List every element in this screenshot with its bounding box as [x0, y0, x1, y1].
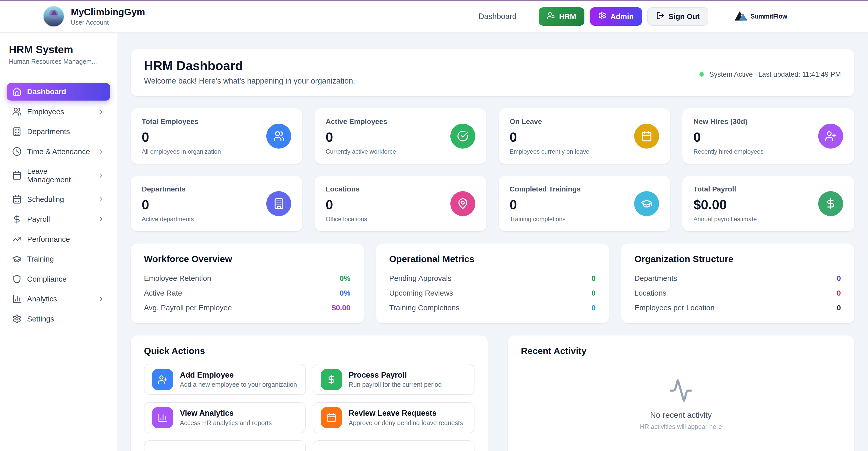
stat-description: Annual payroll estimate	[693, 216, 757, 223]
quick-action-description: Run payroll for the current period	[348, 381, 441, 388]
quick-action-view-analytics[interactable]: View Analytics Access HR analytics and r…	[144, 402, 306, 433]
chevron-right-icon	[97, 295, 104, 302]
sidebar-item-label: Performance	[27, 235, 70, 243]
metric-row: Pending Approvals 0	[389, 271, 596, 286]
stat-description: Active departments	[142, 216, 194, 223]
hrm-button-label: HRM	[559, 12, 576, 21]
bar-chart-icon	[12, 294, 22, 304]
sidebar-item-label: Dashboard	[27, 87, 66, 96]
quick-action-add-employee[interactable]: Add Employee Add a new employee to your …	[144, 364, 306, 395]
panel-title: Organization Structure	[634, 254, 841, 264]
stat-label: Total Employees	[142, 117, 221, 126]
quick-action-text: Review Leave Requests Approve or deny pe…	[348, 409, 463, 427]
logo-text: SummitFlow	[750, 13, 787, 20]
sidebar-item-label: Analytics	[27, 295, 57, 303]
sidebar-item-label: Training	[27, 255, 54, 263]
user-cog-icon	[547, 11, 555, 22]
stat-text: Completed Trainings 0 Training completio…	[509, 185, 581, 223]
quick-action-process-payroll[interactable]: Process Payroll Run payroll for the curr…	[313, 364, 474, 395]
sidebar-item-label: Time & Attendance	[27, 147, 90, 156]
sidebar-item-settings[interactable]: Settings	[7, 310, 110, 328]
header-actions: Dashboard HRM Admin Sign Out	[478, 7, 787, 26]
quick-action-tile[interactable]	[144, 440, 306, 451]
quick-action-review-leave-requests[interactable]: Review Leave Requests Approve or deny pe…	[313, 402, 474, 433]
metric-row: Active Rate 0%	[144, 286, 350, 300]
sidebar-item-training[interactable]: Training	[7, 250, 110, 268]
metric-value: 0	[837, 289, 841, 297]
sidebar-item-label: Leave Management	[27, 167, 92, 184]
sidebar-item-label: Payroll	[27, 215, 50, 223]
page-subtitle: Welcome back! Here's what's happening in…	[144, 77, 355, 85]
metric-row: Employee Retention 0%	[144, 271, 350, 286]
metric-label: Training Completions	[389, 303, 460, 312]
metric-label: Avg. Payroll per Employee	[144, 303, 232, 312]
quick-action-text: View Analytics Access HR analytics and r…	[180, 409, 272, 427]
metric-value: 0	[837, 274, 841, 283]
metric-value: 0	[592, 289, 596, 297]
metric-value: 0	[592, 303, 596, 312]
users-icon	[266, 124, 291, 149]
quick-actions-card: Quick Actions Add Employee Add a new emp…	[131, 335, 488, 451]
sidebar: HRM System Human Resources Managem... Da…	[0, 33, 117, 451]
stat-label: New Hires (30d)	[693, 117, 764, 126]
stat-card-total-payroll: Total Payroll $0.00 Annual payroll estim…	[682, 176, 854, 231]
stat-card-total-employees: Total Employees 0 All employees in organ…	[131, 109, 303, 164]
building-icon	[12, 127, 22, 137]
sidebar-item-scheduling[interactable]: Scheduling	[7, 190, 110, 208]
metric-label: Employees per Location	[634, 303, 715, 312]
sidebar-item-employees[interactable]: Employees	[7, 103, 110, 121]
sidebar-item-compliance[interactable]: Compliance	[7, 270, 110, 288]
metric-row: Training Completions 0	[389, 300, 596, 315]
stat-label: Active Employees	[326, 117, 396, 126]
summitflow-logo: SummitFlow	[734, 9, 787, 24]
admin-button[interactable]: Admin	[590, 7, 642, 26]
chevron-right-icon	[97, 108, 104, 115]
sidebar-item-departments[interactable]: Departments	[7, 123, 110, 141]
stat-description: Training completions	[509, 216, 581, 223]
top-header: MyClimbingGym User Account Dashboard HRM…	[0, 1, 868, 32]
recent-activity-card: Recent Activity No recent activity HR ac…	[508, 335, 854, 451]
stat-text: Departments 0 Active departments	[142, 185, 194, 223]
sign-out-label: Sign Out	[669, 12, 700, 21]
graduation-cap-icon	[634, 191, 659, 216]
hrm-button[interactable]: HRM	[539, 7, 584, 26]
quick-action-manage-training[interactable]: Manage Training	[313, 440, 474, 451]
sidebar-item-label: Settings	[27, 314, 54, 323]
sidebar-item-leave-management[interactable]: Leave Management	[7, 162, 110, 188]
chevron-right-icon	[97, 148, 104, 155]
main-content: HRM Dashboard Welcome back! Here's what'…	[117, 33, 868, 451]
stat-description: Office locations	[326, 216, 367, 223]
stat-card-locations: Locations 0 Office locations	[315, 176, 487, 231]
stat-value: 0	[509, 129, 589, 145]
sidebar-item-analytics[interactable]: Analytics	[7, 290, 110, 308]
sidebar-item-label: Departments	[27, 127, 70, 136]
stat-card-new-hires: New Hires (30d) 0 Recently hired employe…	[682, 109, 854, 164]
metric-label: Active Rate	[144, 289, 182, 297]
gear-icon	[12, 314, 22, 324]
chevron-right-icon	[97, 196, 104, 203]
sidebar-item-time-attendance[interactable]: Time & Attendance	[7, 143, 110, 160]
brand-title: MyClimbingGym	[71, 7, 145, 18]
brand-subtitle: User Account	[71, 19, 145, 26]
stat-card-active-employees: Active Employees 0 Currently active work…	[315, 109, 487, 164]
quick-action-title: Process Payroll	[348, 370, 441, 380]
sidebar-item-performance[interactable]: Performance	[7, 230, 110, 248]
operational-metrics-panel: Operational Metrics Pending Approvals 0 …	[376, 243, 609, 323]
header-dashboard-link[interactable]: Dashboard	[478, 12, 516, 21]
sidebar-item-dashboard[interactable]: Dashboard	[7, 83, 110, 101]
quick-action-description: Approve or deny pending leave requests	[348, 419, 463, 427]
sign-out-button[interactable]: Sign Out	[647, 7, 708, 26]
calendar-icon	[634, 124, 659, 149]
panel-title: Workforce Overview	[144, 254, 350, 264]
user-plus-icon	[818, 124, 843, 149]
sidebar-item-payroll[interactable]: Payroll	[7, 210, 110, 228]
stat-value: 0	[326, 129, 396, 145]
sidebar-header: HRM System Human Resources Managem...	[0, 33, 117, 75]
stat-value: 0	[326, 197, 367, 212]
stat-description: Employees currently on leave	[509, 148, 589, 155]
stat-value: 0	[142, 129, 221, 145]
status-dot	[700, 72, 704, 77]
stat-text: Locations 0 Office locations	[326, 185, 367, 223]
last-updated: Last updated: 11:41:49 PM	[758, 70, 841, 79]
empty-state-title: No recent activity	[650, 410, 712, 420]
